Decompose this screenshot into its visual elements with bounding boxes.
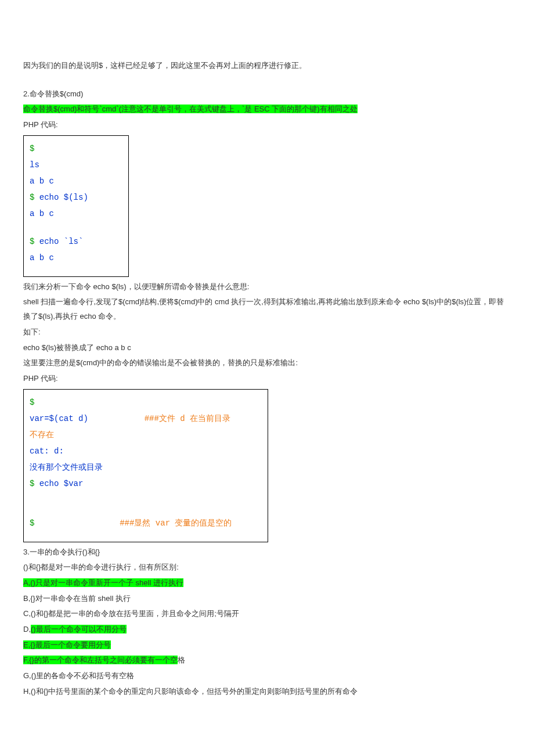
code-line: $ — [30, 394, 262, 411]
code-line: a b c — [30, 206, 122, 222]
code-blank-line — [30, 222, 122, 233]
paragraph-analysis-3: 如下: — [23, 325, 511, 340]
list-item-g: G,()里的各命令不必和括号有空格 — [23, 668, 511, 684]
paragraph-analysis-4: echo $(ls)被替换成了 echo a b c — [23, 340, 511, 356]
code-line: 不存在 — [30, 427, 262, 443]
code-line: $ ###显然 var 变量的值是空的 — [30, 515, 262, 531]
paragraph-analysis-2: shell 扫描一遍命令行,发现了$(cmd)结构,便将$(cmd)中的 cmd… — [23, 294, 511, 324]
code-line: var=$(cat d) ###文件 d 在当前目录 — [30, 411, 262, 427]
code-block-2: $ var=$(cat d) ###文件 d 在当前目录 不存在 cat: d:… — [23, 389, 268, 542]
code-line: a b c — [30, 250, 122, 266]
list-item-h: H,()和{}中括号里面的某个命令的重定向只影响该命令，但括号外的重定向则影响到… — [23, 684, 511, 700]
code-line: 没有那个文件或目录 — [30, 459, 262, 476]
code-line: $ echo $(ls) — [30, 189, 122, 206]
code-line: $ echo `ls` — [30, 233, 122, 250]
highlight-text: E,{}最后一个命令要用分号 — [23, 640, 111, 649]
code-blank-line — [30, 492, 262, 515]
paragraph-analysis-5: 这里要注意的是$(cmd)中的命令的错误输出是不会被替换的，替换的只是标准输出: — [23, 355, 511, 371]
suffix-f: 格 — [178, 656, 185, 664]
php-label-2: PHP 代码: — [23, 371, 511, 387]
highlight-text: ()最后一个命令可以不用分号 — [31, 625, 127, 633]
list-item-c: C,()和{}都是把一串的命令放在括号里面，并且命令之间用;号隔开 — [23, 606, 511, 622]
spacer — [23, 74, 511, 87]
code-line: $ — [30, 141, 122, 157]
paragraph-analysis-1: 我们来分析一下命令 echo $(ls)，以便理解所谓命令替换是什么意思: — [23, 279, 511, 295]
code-line: cat: d: — [30, 443, 262, 459]
list-item-f: F,{}的第一个命令和左括号之间必须要有一个空格 — [23, 653, 511, 668]
highlight-text: A,()只是对一串命令重新开一个子 shell 进行执行 — [23, 578, 183, 587]
heading-section-2: 2.命令替换$(cmd) — [23, 87, 511, 102]
code-line: $ echo $var — [30, 476, 262, 492]
list-item-a: A,()只是对一串命令重新开一个子 shell 进行执行 — [23, 575, 511, 591]
code-line: a b c — [30, 173, 122, 189]
highlight-line-s2: 命令替换$(cmd)和符号`cmd`(注意这不是单引号，在美式键盘上，`是 ES… — [23, 102, 511, 117]
highlight-text: 命令替换$(cmd)和符号`cmd`(注意这不是单引号，在美式键盘上，`是 ES… — [23, 105, 358, 113]
paragraph-intro: 因为我们的目的是说明$，这样已经足够了，因此这里不会再对上面的程序进行修正。 — [23, 58, 511, 74]
list-item-b: B,{}对一串命令在当前 shell 执行 — [23, 591, 511, 607]
heading-section-3: 3.一串的命令执行()和{} — [23, 545, 511, 560]
php-label-1: PHP 代码: — [23, 117, 511, 133]
list-item-e: E,{}最后一个命令要用分号 — [23, 638, 511, 653]
highlight-text: F,{}的第一个命令和左括号之间必须要有一个空 — [23, 656, 178, 664]
paragraph-b1: ()和{}都是对一串的命令进行执行，但有所区别: — [23, 560, 511, 575]
prefix-d: D, — [23, 625, 31, 633]
code-line: ls — [30, 157, 122, 173]
document-page: 因为我们的目的是说明$，这样已经足够了，因此这里不会再对上面的程序进行修正。 2… — [0, 0, 534, 734]
code-block-1: $ ls a b c $ echo $(ls) a b c $ echo `ls… — [23, 135, 129, 277]
list-item-d: D,()最后一个命令可以不用分号 — [23, 622, 511, 638]
